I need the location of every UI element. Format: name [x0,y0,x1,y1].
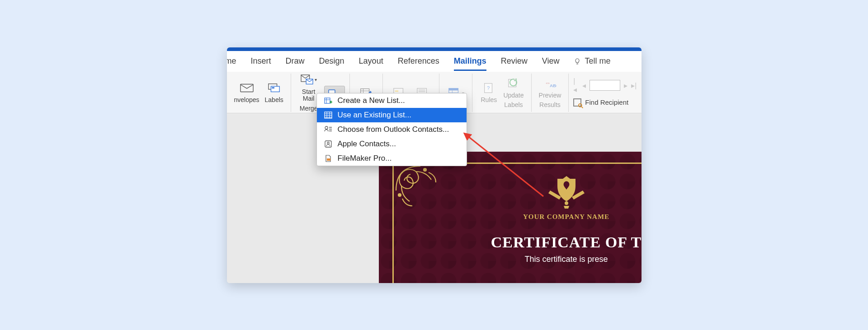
prev-record-button[interactable]: ◂ [582,81,586,90]
envelopes-label: nvelopes [234,97,259,103]
tab-insert[interactable]: Insert [251,56,271,66]
word-window: ome Insert Draw Design Layout References… [227,47,642,283]
svg-rect-14 [419,91,425,92]
select-recipients-dropdown: Create a New List... Use an Existing Lis… [316,93,467,166]
svg-rect-17 [449,88,458,91]
tab-review[interactable]: Review [501,56,528,66]
new-list-icon [324,97,332,105]
tab-view[interactable]: View [542,56,560,66]
svg-rect-10 [395,90,399,92]
magnifier-icon [578,103,584,109]
svg-rect-0 [240,84,253,92]
bulb-icon [574,58,581,65]
update-labels-label-1: Update [503,92,524,99]
first-record-button[interactable]: |◂ [573,77,579,94]
svg-text:?: ? [487,85,490,91]
menu-filemaker[interactable]: FileMaker Pro... [317,151,467,166]
start-mail-merge-label-2: Merge [300,105,318,112]
svg-rect-3 [272,87,274,88]
record-number-input[interactable] [590,80,620,91]
certificate-subtitle: This certificate is prese [524,255,608,264]
preview-label-1: Preview [539,92,561,99]
find-recipient-button[interactable]: Find Recipient [573,98,628,107]
record-navigation: |◂ ◂ ▸ ▸| [573,77,637,94]
menu-outlook-label: Choose from Outlook Contacts... [338,125,449,134]
svg-point-23 [579,103,582,107]
corner-ornament [393,163,443,213]
rules-icon: ? [482,82,495,94]
start-mail-merge-label-1: Start Mail [298,88,319,102]
ribbon-toolbar: nvelopes Labels ▾ Start Mail Merge [227,72,642,113]
last-record-button[interactable]: ▸| [631,81,637,90]
crest-icon [546,173,587,209]
svg-point-28 [327,142,329,144]
filemaker-icon [324,154,332,163]
menu-filemaker-label: FileMaker Pro... [338,154,392,163]
company-name: YOUR COMPANY NAME [523,213,609,221]
tell-me[interactable]: Tell me [574,56,610,66]
preview-results-button[interactable]: «»ABC Preview Results [536,77,564,109]
tell-me-label: Tell me [585,56,610,66]
preview-icon: «»ABC [543,78,557,89]
envelopes-button[interactable]: nvelopes [231,81,262,103]
svg-point-32 [565,201,568,205]
chevron-down-icon: ▾ [315,77,317,82]
svg-point-31 [398,194,401,196]
apple-contacts-icon [324,140,332,148]
titlebar [227,47,642,51]
existing-list-icon [324,111,332,119]
svg-rect-24 [325,98,330,103]
screenshot-frame: ome Insert Draw Design Layout References… [154,22,714,308]
rules-label: Rules [481,97,497,103]
update-labels-label-2: Labels [504,102,523,108]
tab-home[interactable]: ome [227,56,236,66]
menu-existing-label: Use an Existing List... [338,111,411,120]
svg-point-30 [424,168,426,171]
svg-rect-29 [327,158,330,161]
menu-create-new-list[interactable]: Create a New List... [317,93,467,108]
svg-rect-2 [271,87,280,92]
rules-button[interactable]: ? Rules [477,81,500,103]
menu-create-label: Create a New List... [338,96,405,105]
tab-design[interactable]: Design [319,56,344,66]
mail-merge-icon [300,74,314,86]
update-labels-icon [507,78,520,89]
labels-icon [267,82,281,94]
next-record-button[interactable]: ▸ [624,81,627,90]
tab-mailings[interactable]: Mailings [454,56,486,71]
menu-apple-label: Apple Contacts... [338,139,396,149]
svg-rect-13 [419,90,425,91]
ribbon-tabs: ome Insert Draw Design Layout References… [227,51,642,72]
menu-apple-contacts[interactable]: Apple Contacts... [317,137,467,151]
update-labels-button[interactable]: Update Labels [500,77,526,109]
menu-use-existing-list[interactable]: Use an Existing List... [317,108,467,122]
tab-layout[interactable]: Layout [359,56,383,66]
certificate-title: CERTIFICATE OF T [491,234,642,251]
envelope-icon [240,82,254,94]
svg-point-26 [325,126,328,129]
svg-text:ABC: ABC [550,83,557,88]
menu-outlook-contacts[interactable]: Choose from Outlook Contacts... [317,122,467,137]
labels-label: Labels [265,97,283,103]
preview-label-2: Results [539,102,561,108]
tab-references[interactable]: References [398,56,439,66]
labels-button[interactable]: Labels [262,81,286,103]
outlook-contacts-icon [324,125,332,134]
certificate-page: YOUR COMPANY NAME CERTIFICATE OF T This … [379,152,642,283]
find-recipient-label: Find Recipient [585,98,628,106]
tab-draw[interactable]: Draw [286,56,305,66]
